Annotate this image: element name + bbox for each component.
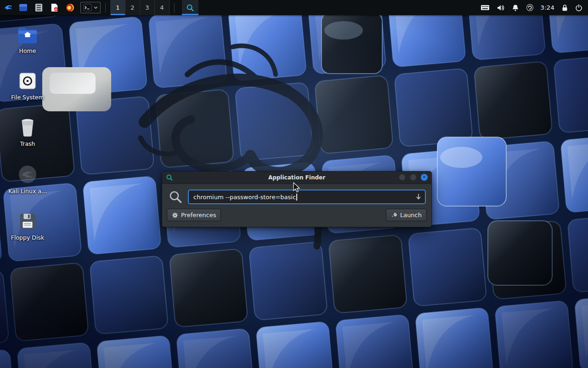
application-finder-window: Application Finder ✕ chromium --password… xyxy=(162,171,432,227)
preferences-button[interactable]: Preferences xyxy=(167,209,221,221)
search-icon xyxy=(169,190,182,204)
panel-launchers xyxy=(18,3,75,12)
workspace-4[interactable]: 4 xyxy=(154,0,170,15)
panel-separator-2 xyxy=(174,3,175,12)
trash-icon xyxy=(18,118,37,137)
keyboard-icon[interactable] xyxy=(481,4,490,11)
desktop-icon-label: Floppy Disk xyxy=(11,234,44,241)
desktop-icon-label: Home xyxy=(19,47,36,54)
desktop-icon-label: File System xyxy=(11,94,44,101)
notifications-bell-icon[interactable] xyxy=(512,4,519,12)
power-icon[interactable] xyxy=(575,4,582,12)
desktop-icon-kali-linux[interactable]: Kali Linux a... xyxy=(6,164,50,195)
close-button[interactable]: ✕ xyxy=(421,174,428,181)
maximize-button[interactable] xyxy=(410,174,417,181)
desktop-icon-label: Trash xyxy=(20,140,35,147)
terminal-icon xyxy=(83,3,92,12)
kali-docs-icon xyxy=(17,164,38,184)
text-caret xyxy=(296,194,297,201)
preferences-label: Preferences xyxy=(181,212,216,218)
workspace-1[interactable]: 1 xyxy=(110,0,125,15)
application-finder-window-icon xyxy=(166,174,173,181)
command-text: chromium --password-store=basic xyxy=(193,194,296,201)
taskbar-application-finder-button[interactable] xyxy=(182,0,198,15)
text-editor-icon[interactable] xyxy=(50,3,59,12)
desktop-icon-label: Kali Linux a... xyxy=(8,188,47,195)
floppy-disk-icon xyxy=(18,212,37,231)
application-finder-task-icon xyxy=(186,4,194,12)
volume-icon[interactable] xyxy=(497,4,505,12)
clock[interactable]: 3:24 xyxy=(541,4,554,11)
applications-menu-button[interactable] xyxy=(0,0,17,15)
window-controls: ✕ xyxy=(399,174,428,181)
desktop-icon-trash[interactable]: Trash xyxy=(6,118,50,147)
launch-button[interactable]: Launch xyxy=(386,209,427,221)
titlebar[interactable]: Application Finder ✕ xyxy=(162,172,431,184)
workspace-switcher: 1 2 3 4 xyxy=(110,0,170,15)
desktop-icon-floppy-disk[interactable]: Floppy Disk xyxy=(6,212,50,241)
window-title: Application Finder xyxy=(162,174,431,181)
gear-icon xyxy=(172,212,178,218)
button-row: Preferences Launch xyxy=(162,209,431,227)
workspace-3[interactable]: 3 xyxy=(140,0,154,15)
desktop-icon-file-system[interactable]: File System xyxy=(6,71,50,101)
workspace-2[interactable]: 2 xyxy=(125,0,140,15)
file-cabinet-icon[interactable] xyxy=(34,3,44,12)
search-row: chromium --password-store=basic xyxy=(162,184,431,209)
kali-menu-icon xyxy=(3,3,13,13)
history-dropdown-arrow-icon[interactable] xyxy=(415,193,422,200)
updates-icon[interactable] xyxy=(526,4,534,12)
file-manager-icon[interactable] xyxy=(18,3,28,12)
command-input[interactable]: chromium --password-store=basic xyxy=(188,190,426,204)
desktop: 1 2 3 4 xyxy=(0,0,588,368)
firefox-icon[interactable] xyxy=(65,3,75,12)
launch-label: Launch xyxy=(400,212,422,218)
launch-rocket-icon xyxy=(391,212,397,218)
home-folder-icon xyxy=(17,26,38,44)
desktop-icon-column: Home File System Trash Kali Linux a xyxy=(6,26,50,241)
panel-separator xyxy=(105,3,106,12)
top-panel: 1 2 3 4 xyxy=(0,0,588,15)
terminal-launcher-dropdown[interactable] xyxy=(80,2,101,13)
minimize-button[interactable] xyxy=(399,174,406,181)
desktop-icon-home[interactable]: Home xyxy=(6,26,50,54)
screen-lock-icon[interactable] xyxy=(561,4,568,12)
file-system-drive-icon xyxy=(18,71,37,91)
chevron-down-icon xyxy=(94,6,98,10)
system-tray: 3:24 xyxy=(481,4,588,12)
